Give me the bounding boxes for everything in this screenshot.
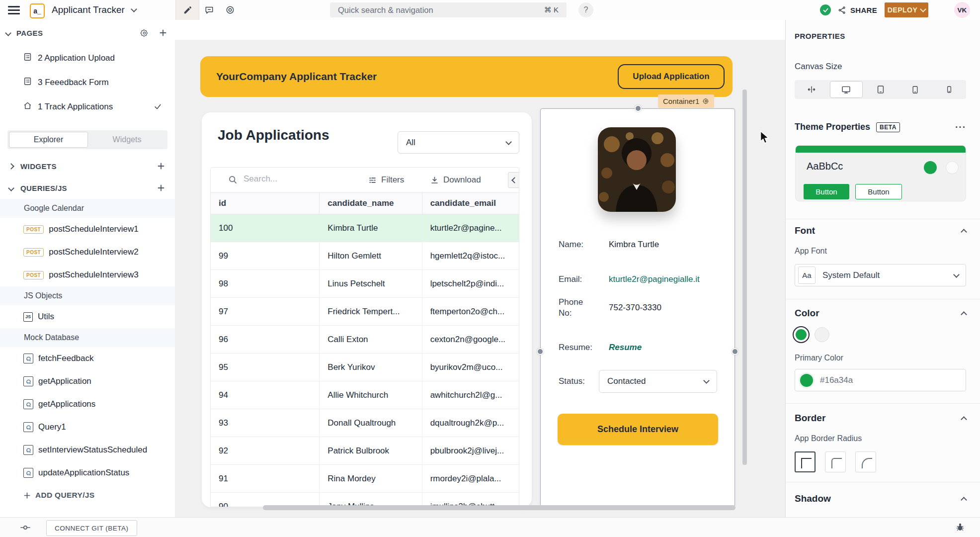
color-section-header[interactable]: Color — [795, 308, 819, 319]
query-item[interactable]: fetchFeedback — [0, 347, 175, 370]
table-row[interactable]: 91Rina Mordeyrmordey2i@plala... — [211, 465, 519, 493]
help-button[interactable]: ? — [578, 2, 593, 17]
comments-button[interactable] — [199, 0, 219, 20]
query-item[interactable]: getApplication — [0, 370, 175, 393]
radius-large-option[interactable] — [855, 451, 876, 472]
hamburger-menu-icon[interactable] — [8, 6, 20, 16]
bug-icon — [955, 522, 965, 532]
filters-button[interactable]: Filters — [368, 168, 404, 192]
font-section-header[interactable]: Font — [795, 225, 815, 236]
column-header-id[interactable]: id — [211, 193, 320, 214]
pages-settings-button[interactable] — [137, 26, 151, 40]
add-query-button[interactable] — [154, 181, 168, 195]
add-page-button[interactable] — [156, 26, 170, 40]
comment-icon — [204, 5, 214, 15]
collapse-panel-button[interactable] — [508, 172, 519, 188]
chevron-down-icon — [131, 6, 137, 12]
status-filter-select[interactable]: All — [398, 131, 519, 154]
canvas-horizontal-scrollbar[interactable] — [263, 505, 735, 510]
query-item[interactable]: POSTpostScheduleInterview3 — [0, 264, 175, 286]
table-cell: 96 — [211, 326, 320, 353]
field-value[interactable]: Resume — [609, 343, 642, 353]
app-logo[interactable]: a_ — [30, 3, 45, 18]
column-header-candidate_email[interactable]: candidate_email — [422, 193, 519, 214]
radius-none-option[interactable] — [795, 451, 816, 472]
table-row[interactable]: 99Hilton Gemletthgemlett2q@istoc... — [211, 242, 519, 270]
resize-handle-left[interactable] — [537, 348, 544, 355]
app-font-select[interactable]: Aa System Default — [795, 264, 966, 286]
table-row[interactable]: 100Kimbra Turtlekturtle2r@pagine... — [211, 214, 519, 242]
table-row[interactable]: 95Berk Yurikovbyurikov2m@uco... — [211, 354, 519, 381]
chevron-up-icon[interactable] — [961, 416, 967, 423]
canvas-size-desktop[interactable] — [830, 81, 863, 98]
sidebar-page-item[interactable]: 2 Application Upload — [0, 46, 175, 70]
table-row[interactable]: 96Calli Extoncexton2n@google... — [211, 326, 519, 354]
sidebar-page-item[interactable]: 1 Track Applications — [0, 94, 175, 119]
user-avatar[interactable]: VK — [954, 2, 970, 18]
theme-preview-card[interactable]: AaBbCc Button Button — [795, 145, 966, 201]
query-item[interactable]: getApplications — [0, 393, 175, 416]
table-cell: 94 — [211, 381, 320, 409]
app-header-widget[interactable]: YourCompany Applicant Tracker Upload App… — [200, 56, 733, 97]
chevron-up-icon[interactable] — [961, 229, 967, 235]
debug-button[interactable] — [955, 522, 965, 534]
resize-handle-top[interactable] — [635, 105, 642, 112]
canvas-size-tablet[interactable] — [865, 81, 897, 98]
deploy-button[interactable]: DEPLOY — [885, 2, 928, 17]
primary-color-swatch[interactable] — [793, 326, 810, 343]
queries-section-header[interactable]: QUERIES/JS — [0, 177, 175, 199]
add-query-button[interactable]: ADD QUERY/JS — [0, 484, 175, 506]
radius-small-option[interactable] — [825, 451, 846, 472]
secondary-color-swatch[interactable] — [815, 327, 829, 342]
table-row[interactable]: 94Allie Whitchurchawhitchurch2l@g... — [211, 381, 519, 409]
download-button[interactable]: Download — [430, 168, 481, 192]
widgets-section-header[interactable]: WIDGETS — [0, 155, 175, 177]
container-name-tag[interactable]: Container1 — [658, 94, 714, 108]
more-menu-icon[interactable]: ··· — [955, 125, 966, 130]
table-row[interactable]: 97Friedrick Tempert...ftemperton2o@ch... — [211, 298, 519, 326]
add-widget-button[interactable] — [154, 159, 168, 173]
query-item[interactable]: JSUtils — [0, 305, 175, 328]
canvas-size-phone-small[interactable] — [933, 81, 965, 98]
field-value[interactable]: kturtle2r@paginegialle.it — [609, 274, 700, 284]
shadow-section-header[interactable]: Shadow — [795, 493, 831, 504]
share-button[interactable]: SHARE — [838, 0, 877, 20]
status-select[interactable]: Contacted — [599, 370, 717, 393]
theme-primary-button: Button — [804, 184, 849, 199]
quick-search-bar[interactable]: Quick search & navigation ⌘ K — [330, 2, 567, 17]
canvas-size-phone[interactable] — [899, 81, 931, 98]
column-header-candidate_name[interactable]: candidate_name — [320, 193, 422, 214]
canvas-vertical-scrollbar[interactable] — [742, 90, 747, 465]
query-item[interactable]: Query1 — [0, 416, 175, 439]
query-item[interactable]: setInterviewStatusScheduled — [0, 439, 175, 461]
canvas-size-fluid[interactable] — [796, 81, 828, 98]
large-radius-icon — [862, 458, 872, 468]
resize-handle-right[interactable] — [732, 348, 738, 355]
file-icon — [23, 52, 32, 64]
query-label: setInterviewStatusScheduled — [38, 445, 147, 455]
table-row[interactable]: 93Donall Qualtroughdqualtrough2k@p... — [211, 409, 519, 437]
upload-application-button[interactable]: Upload Application — [618, 64, 725, 89]
table-cell: 97 — [211, 298, 320, 325]
sidebar-page-item[interactable]: 3 Feeedback Form — [0, 70, 175, 94]
schedule-interview-button[interactable]: Schedule Interview — [558, 414, 718, 445]
app-title-menu[interactable]: Applicant Tracker — [52, 0, 136, 20]
query-item[interactable]: updateApplicationStatus — [0, 461, 175, 484]
chevron-up-icon[interactable] — [961, 311, 967, 318]
table-row[interactable]: 98Linus Petscheltlpetschelt2p@indi... — [211, 270, 519, 298]
query-item[interactable]: POSTpostScheduleInterview1 — [0, 218, 175, 241]
tab-explorer[interactable]: Explorer — [9, 132, 88, 148]
connect-git-button[interactable]: CONNECT GIT (BETA) — [46, 520, 137, 536]
preview-button[interactable] — [220, 0, 240, 20]
primary-color-input[interactable]: #16a34a — [795, 369, 966, 391]
border-section-header[interactable]: Border — [795, 413, 825, 424]
table-row[interactable]: 92Patrick Bulbrookpbulbrook2j@livej... — [211, 437, 519, 465]
table-cell: 98 — [211, 270, 320, 297]
chevron-up-icon[interactable] — [961, 497, 967, 503]
table-search-input[interactable] — [243, 174, 354, 184]
pages-section-header[interactable]: PAGES — [6, 24, 170, 42]
query-item[interactable]: POSTpostScheduleInterview2 — [0, 241, 175, 264]
edit-mode-tab[interactable] — [175, 0, 199, 20]
tab-widgets[interactable]: Widgets — [88, 132, 166, 148]
candidate-detail-container[interactable]: Name:Kimbra TurtleEmail:kturtle2r@pagine… — [540, 108, 735, 507]
